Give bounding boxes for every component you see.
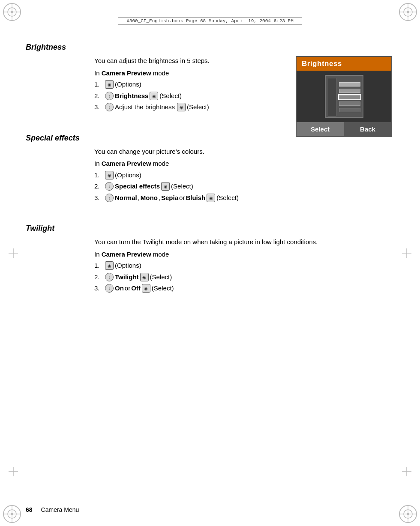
corner-decoration-tl bbox=[2, 2, 22, 22]
nav-icon-se3 bbox=[105, 194, 114, 202]
crosshair-left-top bbox=[9, 248, 18, 259]
tw-step-1: 1. (Options) bbox=[94, 261, 394, 271]
select-icon-3 bbox=[177, 103, 186, 111]
corner-decoration-br bbox=[398, 504, 418, 524]
corner-decoration-bl bbox=[2, 504, 22, 524]
special-effects-mode: In Camera Preview mode bbox=[94, 159, 394, 169]
se-step-3: 3. Normal, Mono, Sepia or Bluish (Select… bbox=[94, 193, 394, 203]
select-icon-se3 bbox=[207, 194, 215, 202]
footer-label: Camera Menu bbox=[41, 506, 79, 513]
nav-icon-2 bbox=[105, 92, 114, 100]
nav-icon-tw2 bbox=[105, 273, 114, 281]
brightness-title: Brightness bbox=[26, 43, 394, 52]
twilight-title: Twilight bbox=[26, 224, 394, 233]
special-effects-title: Special effects bbox=[26, 134, 394, 143]
twilight-steps: 1. (Options) 2. Twilight (Select) bbox=[94, 261, 394, 293]
options-icon-se1 bbox=[105, 171, 114, 179]
nav-icon-tw3 bbox=[105, 284, 114, 293]
se-step-1: 1. (Options) bbox=[94, 170, 394, 180]
crosshair-right-bottom bbox=[402, 467, 411, 478]
corner-decoration-tr bbox=[398, 2, 418, 22]
brightness-screenshot: Brightness bbox=[296, 56, 394, 137]
crosshair-right-top bbox=[402, 248, 411, 259]
select-icon-2 bbox=[150, 92, 158, 100]
select-icon-tw3 bbox=[142, 284, 150, 293]
crosshair-left-bottom bbox=[9, 467, 18, 478]
twilight-intro: You can turn the Twilight mode on when t… bbox=[94, 237, 394, 247]
nav-icon-se2 bbox=[105, 182, 114, 191]
tw-step-2: 2. Twilight (Select) bbox=[94, 272, 394, 282]
options-icon-tw1 bbox=[105, 261, 114, 270]
nav-icon-3 bbox=[105, 103, 114, 111]
special-effects-section: Special effects You can change your pict… bbox=[26, 134, 394, 203]
tw-step-3: 3. On or Off (Select) bbox=[94, 284, 394, 293]
special-effects-intro: You can change your picture’s colours. bbox=[94, 147, 394, 157]
file-info-bar: X300_CI_English.book Page 68 Monday, Apr… bbox=[118, 17, 302, 25]
page-number: 68 bbox=[26, 506, 33, 513]
brightness-image bbox=[297, 71, 391, 122]
select-icon-tw2 bbox=[140, 273, 149, 281]
brightness-screenshot-title: Brightness bbox=[297, 57, 391, 71]
twilight-section: Twilight You can turn the Twilight mode … bbox=[26, 224, 394, 293]
select-icon-se2 bbox=[161, 182, 170, 191]
options-icon-1 bbox=[105, 80, 114, 89]
se-step-2: 2. Special effects (Select) bbox=[94, 182, 394, 191]
page-footer: 68 Camera Menu bbox=[26, 506, 394, 513]
brightness-section: Brightness Brightness bbox=[26, 43, 394, 112]
special-effects-steps: 1. (Options) 2. Special effects (Select) bbox=[94, 170, 394, 203]
twilight-mode: In Camera Preview mode bbox=[94, 250, 394, 260]
